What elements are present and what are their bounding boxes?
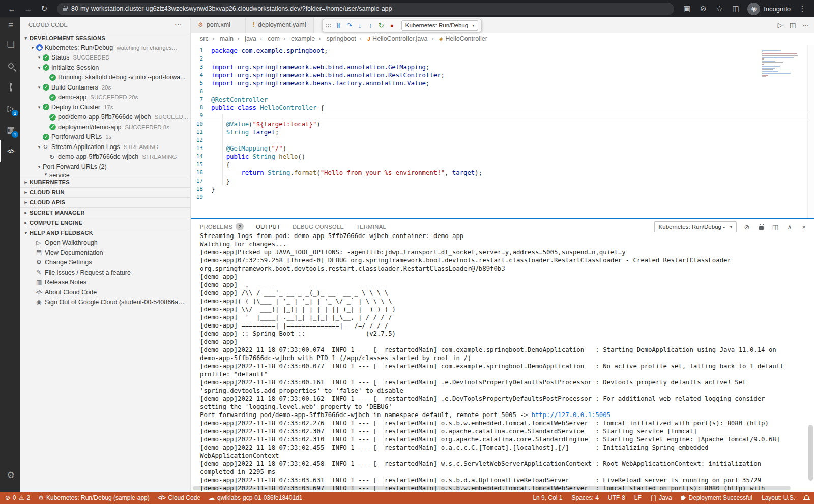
tree-item[interactable]: Status SUCCEEDED [20,53,190,63]
breadcrumb-item[interactable]: java [234,35,256,42]
panel-tab[interactable]: DEBUG CONSOLE [293,219,344,234]
code-line[interactable]: 1 package com.example.springboot; [191,47,814,55]
code-line[interactable]: 8 public class HelloController { [191,104,814,112]
split-panel-icon[interactable]: ◫ [771,223,779,231]
panel-horizontal-scrollbar[interactable] [193,486,791,490]
tree-item[interactable]: deployment/demo-app SUCCEEDED 8s [20,122,190,132]
code-line[interactable]: 14 public String hello() [191,153,814,161]
code-line[interactable]: 2 [191,55,814,63]
breadcrumb-item[interactable]: springboot [315,35,356,42]
indentation-setting[interactable]: Spaces: 4 [571,494,598,501]
debug-session-status[interactable]: ⚙ Kubernetes: Run/Debug (sample-app) [38,494,150,501]
debug-button[interactable] [333,20,344,31]
settings-gear-icon[interactable]: ⚙ [0,464,20,486]
editor-tab[interactable]: deployment.yaml [246,17,314,33]
incognito-badge[interactable]: ◉ Incognito [747,3,791,15]
code-line[interactable]: 18 } [191,185,814,193]
clear-output-icon[interactable]: ⊘ [743,223,751,231]
tree-item[interactable]: pod/demo-app-5ffb7666dc-wjbch SUCCEED... [20,112,190,123]
problems-status[interactable]: ⊘ 0 ⚠ 2 [5,494,30,501]
code-line[interactable]: 12 [191,136,814,144]
code-line[interactable]: 6 [191,87,814,96]
code-line[interactable]: 17 } [191,177,814,185]
code-line[interactable]: 5 import org.springframework.beans.facto… [191,79,814,87]
code-line[interactable]: 4 import org.springframework.web.bind.an… [191,71,814,79]
tree-item[interactable]: About Cloud Code [20,287,190,298]
cloud-code-activity-icon[interactable]: </> [0,140,20,162]
back-icon[interactable]: ← [5,2,18,15]
debug-button[interactable] [376,20,387,31]
tree-item[interactable]: CLOUD RUN [20,187,190,197]
tree-item[interactable]: View Documentation [20,248,190,258]
tree-item[interactable]: Sign Out of Google Cloud (student-00-540… [20,298,190,308]
tree-item[interactable]: DEVELOPMENT SESSIONS [20,33,190,43]
tree-item[interactable]: File issues / Request a feature [20,268,190,278]
encoding-setting[interactable]: UTF-8 [608,494,625,501]
debug-button[interactable] [387,20,397,31]
menu-hamburger-icon[interactable]: ≡ [0,17,20,34]
extensions-icon[interactable]: ▦ 1 [0,119,20,140]
address-bar[interactable]: 80-my-workstation.cluster-ug6zlz43wzeksw… [57,3,674,15]
tree-item[interactable]: Release Notes [20,278,190,288]
run-debug-icon[interactable]: ▷ 2 [0,98,20,119]
tree-item[interactable]: demo-app SUCCEEDED 20s [20,93,190,103]
gcp-project-status[interactable]: ☁ qwiklabs-gcp-01-036fe18401d1 [209,494,302,501]
output-log[interactable]: Streaming logs from pod: demo-app-5ffb76… [191,232,814,492]
log-link[interactable]: http://127.0.0.1:5005 [532,411,610,419]
panel-tab[interactable]: OUTPUT [256,219,280,234]
code-line[interactable]: 16 return String.format("Hello from your… [191,169,814,177]
panel-tab[interactable]: TERMINAL [356,219,386,234]
code-line[interactable]: 7 @RestController [191,96,814,104]
debug-button[interactable] [365,20,376,31]
tree-item[interactable]: CLOUD APIS [20,197,190,207]
tree-item[interactable]: KUBERNETES [20,177,190,187]
search-icon[interactable] [0,55,20,76]
debug-button[interactable] [344,20,355,31]
cloud-code-status[interactable]: </> Cloud Code [158,494,200,501]
tree-item[interactable]: Running: skaffold debug -v info --port-f… [20,73,190,83]
tree-item[interactable]: Stream Application Logs STREAMING [20,142,190,152]
deployment-status[interactable]: Deployment Successful [681,494,752,501]
maximize-panel-icon[interactable]: ∧ [786,223,794,231]
tree-item[interactable]: Kubernetes: Run/Debug watching for chang… [20,43,190,53]
tree-item[interactable]: Initialize Session [20,63,190,73]
panel-tab[interactable]: PROBLEMS 2 [200,219,244,234]
tree-item[interactable]: Build Containers 20s [20,82,190,93]
debug-config-dropdown[interactable]: Kubernetes: Run/Debug ▾ [401,20,478,31]
side-panel-icon[interactable]: ◫ [729,2,742,15]
debug-button[interactable] [355,20,365,31]
cursor-position[interactable]: Ln 9, Col 1 [533,494,562,501]
lock-scroll-icon[interactable] [757,224,765,230]
forward-icon[interactable]: → [21,2,35,15]
run-file-icon[interactable]: ▷ [778,21,783,29]
editor-scrollbar[interactable] [807,45,814,218]
code-line[interactable]: 15 { [191,161,814,169]
browser-menu-icon[interactable]: ⋮ [796,2,809,15]
editor-tab[interactable]: pom.xml [191,17,246,33]
breadcrumb-item[interactable]: example [280,35,315,42]
editor-more-icon[interactable]: ⋯ [802,21,809,29]
breadcrumb-item[interactable]: src [200,35,209,42]
keyboard-layout[interactable]: Layout: U.S. [762,494,795,501]
breadcrumb-item[interactable]: main [209,35,234,42]
tree-item[interactable]: Deploy to Cluster 17s [20,102,190,112]
explorer-icon[interactable]: ❏ [0,34,20,55]
code-editor[interactable]: 1 package com.example.springboot; 2 3 im… [191,45,814,218]
tree-item[interactable]: Portforward URLs 1s [20,132,190,142]
code-line[interactable]: 9 [191,112,814,120]
code-line[interactable]: 10 @Value("${target:local}") [191,120,814,128]
save-page-icon[interactable]: ▣ [680,2,693,15]
split-editor-icon[interactable]: ◫ [790,21,796,29]
tree-item[interactable]: COMPUTE ENGINE [20,218,190,228]
output-channel-dropdown[interactable]: Kubernetes: Run/Debug - ▾ [654,221,737,232]
breadcrumb-item[interactable]: HelloController [428,35,487,42]
eye-blocked-icon[interactable]: ⊘ [696,2,710,15]
notifications-bell[interactable] [804,497,809,499]
tree-item[interactable]: Port Forward URLs (2) [20,162,190,172]
code-line[interactable]: 19 [191,193,814,201]
tree-item[interactable]: demo-app-5ffb7666dc-wjbch STREAMING [20,152,190,162]
breadcrumb-item[interactable]: HelloController.java [356,35,428,42]
tree-item[interactable]: Change Settings [20,258,190,268]
panel-vertical-scrollbar[interactable] [808,425,813,481]
breadcrumb-item[interactable]: com [256,35,280,42]
